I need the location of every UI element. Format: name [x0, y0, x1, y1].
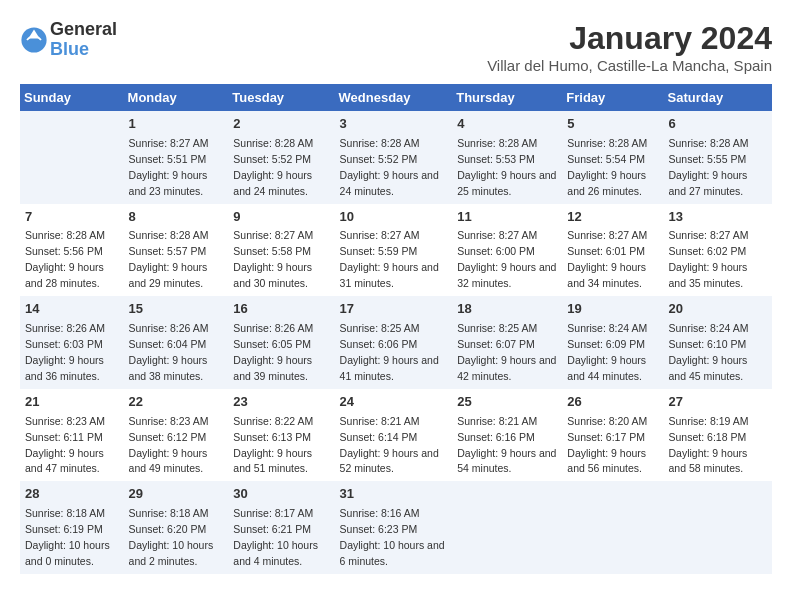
calendar-cell: 13 Sunrise: 8:27 AMSunset: 6:02 PMDaylig…: [664, 204, 772, 297]
calendar-week-row: 28 Sunrise: 8:18 AMSunset: 6:19 PMDaylig…: [20, 481, 772, 574]
day-info: Sunrise: 8:19 AMSunset: 6:18 PMDaylight:…: [669, 415, 749, 475]
calendar-cell: 31 Sunrise: 8:16 AMSunset: 6:23 PMDaylig…: [335, 481, 453, 574]
day-number: 6: [669, 115, 767, 134]
calendar-cell: 19 Sunrise: 8:24 AMSunset: 6:09 PMDaylig…: [562, 296, 663, 389]
day-number: 25: [457, 393, 557, 412]
day-number: 28: [25, 485, 119, 504]
col-thursday: Thursday: [452, 84, 562, 111]
calendar-cell: [452, 481, 562, 574]
day-info: Sunrise: 8:27 AMSunset: 6:01 PMDaylight:…: [567, 229, 647, 289]
day-info: Sunrise: 8:25 AMSunset: 6:06 PMDaylight:…: [340, 322, 439, 382]
day-info: Sunrise: 8:24 AMSunset: 6:09 PMDaylight:…: [567, 322, 647, 382]
calendar-cell: 22 Sunrise: 8:23 AMSunset: 6:12 PMDaylig…: [124, 389, 229, 482]
day-number: 17: [340, 300, 448, 319]
calendar-cell: 20 Sunrise: 8:24 AMSunset: 6:10 PMDaylig…: [664, 296, 772, 389]
day-number: 23: [233, 393, 329, 412]
day-info: Sunrise: 8:28 AMSunset: 5:52 PMDaylight:…: [233, 137, 313, 197]
day-info: Sunrise: 8:18 AMSunset: 6:20 PMDaylight:…: [129, 507, 214, 567]
col-wednesday: Wednesday: [335, 84, 453, 111]
day-number: 8: [129, 208, 224, 227]
calendar-cell: 12 Sunrise: 8:27 AMSunset: 6:01 PMDaylig…: [562, 204, 663, 297]
day-number: 3: [340, 115, 448, 134]
calendar-cell: 8 Sunrise: 8:28 AMSunset: 5:57 PMDayligh…: [124, 204, 229, 297]
calendar-cell: 5 Sunrise: 8:28 AMSunset: 5:54 PMDayligh…: [562, 111, 663, 204]
calendar-cell: 15 Sunrise: 8:26 AMSunset: 6:04 PMDaylig…: [124, 296, 229, 389]
day-info: Sunrise: 8:25 AMSunset: 6:07 PMDaylight:…: [457, 322, 556, 382]
calendar-cell: 23 Sunrise: 8:22 AMSunset: 6:13 PMDaylig…: [228, 389, 334, 482]
location: Villar del Humo, Castille-La Mancha, Spa…: [487, 57, 772, 74]
calendar-cell: 10 Sunrise: 8:27 AMSunset: 5:59 PMDaylig…: [335, 204, 453, 297]
calendar-cell: 7 Sunrise: 8:28 AMSunset: 5:56 PMDayligh…: [20, 204, 124, 297]
calendar-header-row: Sunday Monday Tuesday Wednesday Thursday…: [20, 84, 772, 111]
day-number: 5: [567, 115, 658, 134]
day-info: Sunrise: 8:26 AMSunset: 6:04 PMDaylight:…: [129, 322, 209, 382]
calendar-cell: 18 Sunrise: 8:25 AMSunset: 6:07 PMDaylig…: [452, 296, 562, 389]
title-section: January 2024 Villar del Humo, Castille-L…: [487, 20, 772, 74]
col-sunday: Sunday: [20, 84, 124, 111]
logo-general: General: [50, 20, 117, 40]
day-number: 14: [25, 300, 119, 319]
day-info: Sunrise: 8:22 AMSunset: 6:13 PMDaylight:…: [233, 415, 313, 475]
day-info: Sunrise: 8:24 AMSunset: 6:10 PMDaylight:…: [669, 322, 749, 382]
calendar-cell: 25 Sunrise: 8:21 AMSunset: 6:16 PMDaylig…: [452, 389, 562, 482]
col-monday: Monday: [124, 84, 229, 111]
logo-text: General Blue: [50, 20, 117, 60]
calendar-week-row: 14 Sunrise: 8:26 AMSunset: 6:03 PMDaylig…: [20, 296, 772, 389]
calendar-cell: 14 Sunrise: 8:26 AMSunset: 6:03 PMDaylig…: [20, 296, 124, 389]
logo-blue: Blue: [50, 40, 117, 60]
day-info: Sunrise: 8:17 AMSunset: 6:21 PMDaylight:…: [233, 507, 318, 567]
calendar-cell: 4 Sunrise: 8:28 AMSunset: 5:53 PMDayligh…: [452, 111, 562, 204]
calendar-cell: [20, 111, 124, 204]
calendar-cell: 17 Sunrise: 8:25 AMSunset: 6:06 PMDaylig…: [335, 296, 453, 389]
day-number: 24: [340, 393, 448, 412]
day-number: 20: [669, 300, 767, 319]
day-number: 12: [567, 208, 658, 227]
col-friday: Friday: [562, 84, 663, 111]
calendar-cell: 24 Sunrise: 8:21 AMSunset: 6:14 PMDaylig…: [335, 389, 453, 482]
day-info: Sunrise: 8:21 AMSunset: 6:14 PMDaylight:…: [340, 415, 439, 475]
day-info: Sunrise: 8:28 AMSunset: 5:54 PMDaylight:…: [567, 137, 647, 197]
calendar-cell: 1 Sunrise: 8:27 AMSunset: 5:51 PMDayligh…: [124, 111, 229, 204]
month-title: January 2024: [487, 20, 772, 57]
day-info: Sunrise: 8:20 AMSunset: 6:17 PMDaylight:…: [567, 415, 647, 475]
calendar-week-row: 21 Sunrise: 8:23 AMSunset: 6:11 PMDaylig…: [20, 389, 772, 482]
day-info: Sunrise: 8:27 AMSunset: 5:59 PMDaylight:…: [340, 229, 439, 289]
calendar-cell: 16 Sunrise: 8:26 AMSunset: 6:05 PMDaylig…: [228, 296, 334, 389]
day-number: 13: [669, 208, 767, 227]
day-info: Sunrise: 8:23 AMSunset: 6:12 PMDaylight:…: [129, 415, 209, 475]
day-number: 30: [233, 485, 329, 504]
day-number: 4: [457, 115, 557, 134]
calendar-cell: 26 Sunrise: 8:20 AMSunset: 6:17 PMDaylig…: [562, 389, 663, 482]
page-header: General Blue January 2024 Villar del Hum…: [20, 20, 772, 74]
day-info: Sunrise: 8:16 AMSunset: 6:23 PMDaylight:…: [340, 507, 445, 567]
day-info: Sunrise: 8:21 AMSunset: 6:16 PMDaylight:…: [457, 415, 556, 475]
calendar-cell: 30 Sunrise: 8:17 AMSunset: 6:21 PMDaylig…: [228, 481, 334, 574]
day-number: 19: [567, 300, 658, 319]
day-number: 16: [233, 300, 329, 319]
calendar-cell: 9 Sunrise: 8:27 AMSunset: 5:58 PMDayligh…: [228, 204, 334, 297]
day-info: Sunrise: 8:28 AMSunset: 5:53 PMDaylight:…: [457, 137, 556, 197]
calendar-cell: [664, 481, 772, 574]
calendar-cell: 6 Sunrise: 8:28 AMSunset: 5:55 PMDayligh…: [664, 111, 772, 204]
calendar-cell: 2 Sunrise: 8:28 AMSunset: 5:52 PMDayligh…: [228, 111, 334, 204]
day-info: Sunrise: 8:23 AMSunset: 6:11 PMDaylight:…: [25, 415, 105, 475]
day-info: Sunrise: 8:28 AMSunset: 5:55 PMDaylight:…: [669, 137, 749, 197]
day-number: 15: [129, 300, 224, 319]
day-info: Sunrise: 8:26 AMSunset: 6:03 PMDaylight:…: [25, 322, 105, 382]
col-saturday: Saturday: [664, 84, 772, 111]
day-number: 26: [567, 393, 658, 412]
day-number: 7: [25, 208, 119, 227]
calendar-cell: [562, 481, 663, 574]
day-number: 22: [129, 393, 224, 412]
calendar-cell: 27 Sunrise: 8:19 AMSunset: 6:18 PMDaylig…: [664, 389, 772, 482]
calendar-week-row: 7 Sunrise: 8:28 AMSunset: 5:56 PMDayligh…: [20, 204, 772, 297]
day-number: 11: [457, 208, 557, 227]
day-number: 29: [129, 485, 224, 504]
day-info: Sunrise: 8:27 AMSunset: 6:00 PMDaylight:…: [457, 229, 556, 289]
day-info: Sunrise: 8:28 AMSunset: 5:57 PMDaylight:…: [129, 229, 209, 289]
day-number: 31: [340, 485, 448, 504]
day-info: Sunrise: 8:27 AMSunset: 6:02 PMDaylight:…: [669, 229, 749, 289]
day-number: 21: [25, 393, 119, 412]
calendar-cell: 29 Sunrise: 8:18 AMSunset: 6:20 PMDaylig…: [124, 481, 229, 574]
logo: General Blue: [20, 20, 117, 60]
